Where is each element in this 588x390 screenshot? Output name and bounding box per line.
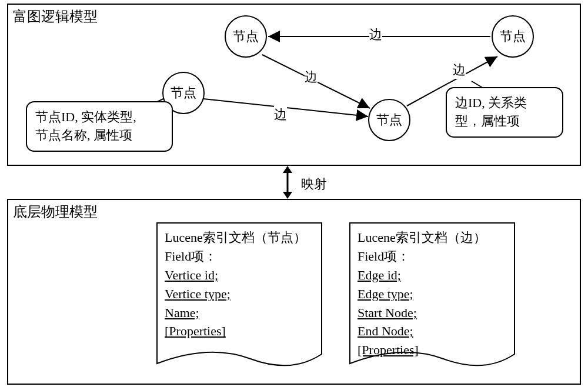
doc-field: Edge id; (358, 266, 507, 285)
edge-label: 边 (369, 26, 382, 44)
edge-label: 边 (305, 68, 318, 86)
graph-node: 节点 (492, 15, 534, 58)
doc-field: Vertice type; (165, 285, 314, 304)
bubble-line: 节点ID, 实体类型, (35, 108, 163, 126)
doc-field: End Node; (358, 322, 507, 341)
doc-field-label: Field项： (358, 247, 507, 266)
lucene-edge-doc: Lucene索引文档（边） Field项： Edge id; Edge type… (349, 222, 515, 373)
edge-label: 边 (274, 106, 287, 124)
logical-model-title: 富图逻辑模型 (13, 7, 98, 26)
logical-model-panel: 富图逻辑模型 节点 节点 节点 节点 边 边 边 边 节点ID, 实体类型, 节… (7, 4, 581, 166)
node-attributes-bubble: 节点ID, 实体类型, 节点名称, 属性项 (26, 101, 173, 152)
doc-text-block: Lucene索引文档（边） Field项： Edge id; Edge type… (358, 228, 507, 359)
doc-title: Lucene索引文档（边） (358, 228, 507, 247)
doc-field: [Properties] (358, 341, 507, 359)
graph-node: 节点 (368, 99, 410, 141)
lucene-node-doc: Lucene索引文档（节点） Field项： Vertice id; Verti… (156, 222, 322, 373)
bubble-line: 型，属性项 (455, 112, 554, 131)
doc-field-label: Field项： (165, 247, 314, 266)
svg-marker-7 (283, 166, 292, 173)
doc-field: Vertice id; (165, 266, 314, 285)
edge-label: 边 (453, 61, 466, 79)
physical-model-title: 底层物理模型 (13, 202, 98, 221)
doc-field: Name; (165, 304, 314, 322)
bubble-line: 节点名称, 属性项 (35, 126, 163, 145)
doc-field: [Properties] (165, 322, 314, 341)
bubble-line: 边ID, 关系类 (455, 94, 554, 112)
mapping-label: 映射 (301, 175, 327, 193)
mapping-arrow-icon (279, 166, 296, 199)
graph-node: 节点 (225, 15, 267, 58)
svg-marker-8 (283, 192, 292, 199)
doc-field: Start Node; (358, 304, 507, 322)
doc-title: Lucene索引文档（节点） (165, 228, 314, 247)
edge-attributes-bubble: 边ID, 关系类 型，属性项 (446, 87, 563, 138)
doc-field: Edge type; (358, 285, 507, 304)
physical-model-panel: 底层物理模型 Lucene索引文档（节点） Field项： Vertice id… (7, 199, 581, 385)
doc-text-block: Lucene索引文档（节点） Field项： Vertice id; Verti… (165, 228, 314, 341)
